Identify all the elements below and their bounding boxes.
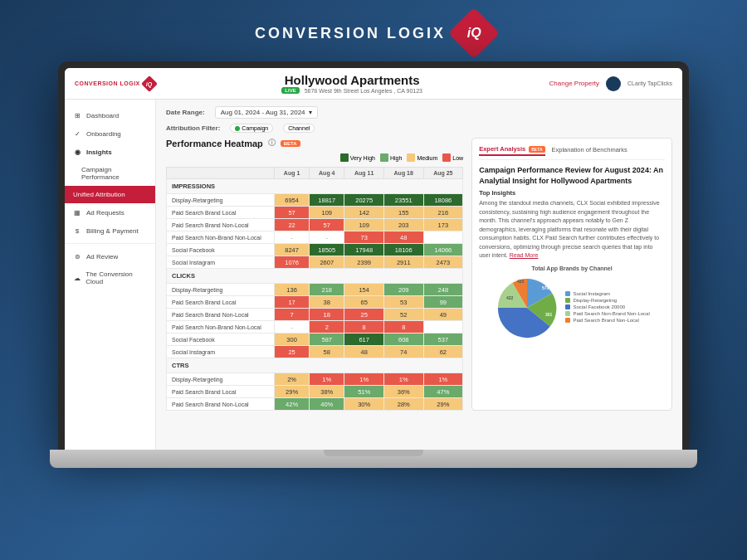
col-header-aug25: Aug 25: [423, 168, 463, 179]
heatmap-cell: 20275: [344, 194, 384, 207]
heatmap-cell: 2399: [344, 256, 384, 269]
analysis-section: Expert Analysis BETA Explanation of Benc…: [471, 138, 672, 411]
section-header-impressions: IMPRESSIONS: [167, 179, 463, 194]
table-row: Social Facebook824718505179481810614066: [167, 244, 463, 256]
table-row: Display-Retargeting136218154209248: [167, 284, 463, 296]
sidebar-item-conversion-cloud[interactable]: ☁ The Conversion Cloud: [65, 265, 155, 290]
legend-medium: Medium: [407, 153, 437, 162]
insights-icon: ◉: [73, 148, 81, 156]
table-row: Social Instagram10762607239929112473: [167, 256, 463, 269]
row-label: Display-Retargeting: [167, 194, 275, 207]
header-logo-text: CONVERSION LOGIX: [75, 80, 140, 86]
heatmap-cell: 29%: [275, 386, 310, 398]
sidebar-item-insights[interactable]: ◉ Insights: [65, 143, 155, 161]
row-label: Paid Search Non-Brand Non-Local: [167, 321, 275, 334]
legend-low: Low: [442, 153, 463, 162]
table-row: Social Facebook300587617608537: [167, 334, 463, 346]
heatmap-cell: 28%: [383, 398, 423, 411]
sidebar-label-insights: Insights: [86, 149, 112, 156]
sidebar-item-billing[interactable]: $ Billing & Payment: [65, 222, 155, 240]
col-header-aug11: Aug 11: [344, 168, 384, 179]
svg-text:570: 570: [542, 285, 549, 290]
sidebar: ⊞ Dashboard ✓ Onboarding ◉ Insights Camp…: [65, 100, 156, 450]
table-row: Display-Retargeting695418817202752355118…: [167, 194, 463, 207]
heatmap-cell: 51%: [344, 386, 384, 398]
heatmap-cell: 58: [310, 346, 344, 358]
heatmap-cell: 40%: [310, 398, 344, 411]
read-more-link[interactable]: Read More: [510, 252, 539, 258]
table-row: Paid Search Non-Brand Non-Local-288: [167, 321, 463, 334]
heatmap-cell: 216: [423, 207, 463, 219]
heatmap-cell: 52: [383, 309, 423, 321]
heatmap-cell: -: [275, 231, 310, 244]
billing-icon: $: [73, 226, 81, 235]
brand-bar: CONVERSION LOGIX iQ: [0, 0, 747, 61]
heatmap-cell: -: [310, 231, 344, 244]
legend-box-very-high: [340, 153, 349, 162]
legend-box-medium: [407, 153, 415, 162]
row-label: Social Instagram: [167, 256, 275, 269]
heatmap-cell: 7: [275, 309, 310, 321]
sidebar-item-dashboard[interactable]: ⊞ Dashboard: [65, 106, 155, 124]
sidebar-label-ad-review: Ad Review: [86, 253, 118, 261]
sidebar-item-onboarding[interactable]: ✓ Onboarding: [65, 124, 155, 143]
beta-badge: BETA: [281, 140, 300, 147]
app-layout: ⊞ Dashboard ✓ Onboarding ◉ Insights Camp…: [65, 100, 682, 450]
heatmap-cell: 49: [423, 309, 463, 321]
heatmap-cell: 36%: [383, 386, 423, 398]
heatmap-cell: 47%: [423, 386, 463, 398]
col-header-aug1: Aug 1: [275, 168, 310, 179]
heatmap-cell: 2: [310, 321, 344, 334]
heatmap-cell: 2607: [310, 256, 344, 269]
heatmap-cell: 25: [275, 346, 310, 358]
heatmap-cell: 209: [383, 284, 423, 296]
brand-logo-text: iQ: [467, 26, 481, 41]
table-row: Paid Search Brand Non-Local718255249: [167, 309, 463, 321]
heatmap-cell: 42%: [275, 398, 310, 411]
property-name: Hollywood Apartments: [155, 73, 549, 87]
filter-channel-badge[interactable]: Channel: [283, 124, 315, 133]
date-range-text: Aug 01, 2024 - Aug 31, 2024: [221, 109, 305, 116]
heatmap-cell: 57: [275, 207, 310, 219]
heatmap-cell: 155: [383, 207, 423, 219]
laptop-screen-frame: CONVERSION LOGIX iQ Hollywood Apartments…: [58, 61, 689, 450]
header-right: Change Property CLarity TapClicks: [549, 76, 672, 91]
conversion-cloud-icon: ☁: [73, 274, 81, 282]
sidebar-item-unified-attribution[interactable]: Unified Attribution: [65, 186, 155, 203]
filter-campaign-badge[interactable]: Campaign: [230, 124, 273, 133]
heatmap-cell: 17: [275, 296, 310, 309]
heatmap-cell: 248: [423, 284, 463, 296]
svg-text:301: 301: [545, 312, 553, 317]
sidebar-item-ad-review[interactable]: ⊚ Ad Review: [65, 247, 155, 265]
heatmap-cell: 18: [310, 309, 344, 321]
row-label: Paid Search Brand Local: [167, 296, 275, 309]
brand-logo: iQ: [448, 7, 500, 59]
chevron-down-icon: ▾: [309, 109, 312, 116]
pie-chart-container: Total App Brands by Channel: [479, 265, 665, 341]
change-property-button[interactable]: Change Property: [549, 80, 599, 87]
content-columns: Performance Heatmap ⓘ BETA Very High: [166, 138, 672, 411]
legend-non-brand: Paid Search Non-Brand Non-Local: [565, 311, 649, 316]
analysis-tabs: Expert Analysis BETA Explanation of Benc…: [479, 145, 665, 160]
row-label: Social Facebook: [167, 334, 275, 346]
sidebar-item-campaign-performance[interactable]: Campaign Performance: [65, 161, 155, 186]
screen-content: CONVERSION LOGIX iQ Hollywood Apartments…: [65, 68, 682, 450]
date-range-selector[interactable]: Aug 01, 2024 - Aug 31, 2024 ▾: [215, 106, 318, 119]
legend-high: High: [380, 153, 402, 162]
row-label: Paid Search Brand Local: [167, 386, 275, 398]
heatmap-cell: 173: [423, 219, 463, 231]
heatmap-cell: 608: [383, 334, 423, 346]
heatmap-cell: 142: [344, 207, 384, 219]
tab-expert-analysis[interactable]: Expert Analysis BETA: [479, 145, 544, 156]
heatmap-title: Performance Heatmap: [166, 139, 263, 149]
svg-text:423: 423: [517, 279, 525, 284]
sidebar-item-ad-requests[interactable]: ▦ Ad Requests: [65, 203, 155, 222]
heatmap-cell: 73: [344, 231, 384, 244]
table-row: Paid Search Brand Non-Local42%40%30%28%2…: [167, 398, 463, 411]
heatmap-cell: 136: [275, 284, 310, 296]
heatmap-cell: 587: [310, 334, 344, 346]
tab-explanation[interactable]: Explanation of Benchmarks: [552, 146, 627, 155]
heatmap-cell: 18817: [310, 194, 344, 207]
heatmap-cell: 18106: [383, 244, 423, 256]
heatmap-cell: 8: [344, 321, 384, 334]
